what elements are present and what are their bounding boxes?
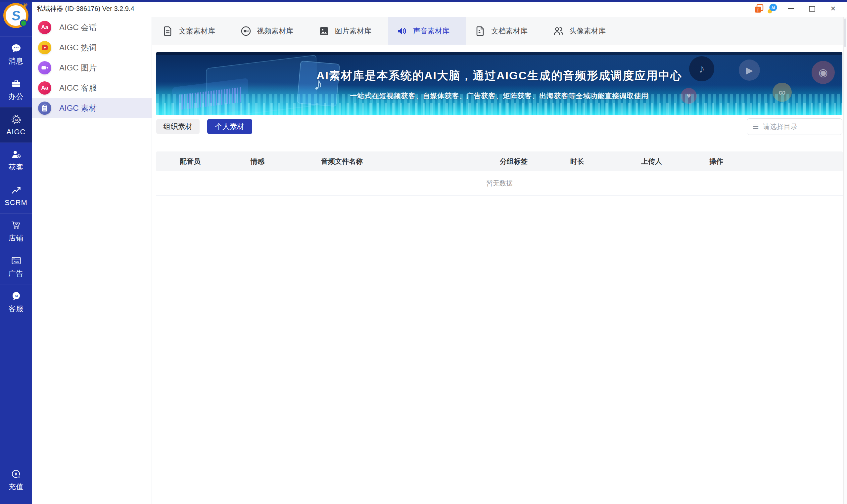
menu-item-label: AIGC 素材 [59, 103, 97, 113]
col-filename: 音频文件名称 [321, 157, 500, 166]
camera-badge-icon [38, 61, 51, 74]
minimize-button[interactable] [784, 2, 797, 15]
personal-materials-button[interactable]: 个人素材 [207, 119, 252, 134]
directory-select[interactable]: ☰ 请选择目录 [747, 119, 842, 135]
ai-assistant-button[interactable]: Ai [765, 2, 779, 15]
tab-audio-materials[interactable]: 声音素材库 [388, 17, 466, 44]
aigc-banner: ♪ ♪ ▶ ♥ ∞ ◉ AI素材库是本系统的AI大脑，通过AIGC生成的音频形成… [156, 52, 842, 115]
empty-state-text: 暂无数据 [486, 179, 513, 188]
briefcase-icon [11, 78, 22, 89]
sidebar-item-aigc[interactable]: AI AIGC [0, 107, 32, 143]
app-logo: S ♛ [3, 3, 29, 28]
titlebar: 私域神器 (ID-386176) Ver 3.2.9.4 T Ai ✕ [32, 0, 847, 17]
col-uploader: 上传人 [641, 157, 709, 166]
col-voice-actor: 配音员 [180, 157, 250, 166]
users-icon [553, 25, 564, 37]
sidebar-item-messages[interactable]: 消息 [0, 36, 32, 72]
menu-item-aigc-hotwords[interactable]: AIGC 热词 [32, 37, 152, 57]
org-materials-button[interactable]: 组织素材 [156, 119, 200, 134]
sidebar-item-office[interactable]: 办公 [0, 72, 32, 107]
tab-video-materials[interactable]: 视频素材库 [232, 17, 310, 44]
main-content: 文案素材库 视频素材库 图片素材库 声音素材库 [152, 17, 844, 504]
video-play-badge-icon [38, 41, 51, 54]
col-duration: 时长 [570, 157, 641, 166]
equalizer-bars-overlay [156, 103, 842, 115]
tab-image-materials[interactable]: 图片素材库 [310, 17, 388, 44]
material-library-tabs: 文案素材库 视频素材库 图片素材库 声音素材库 [152, 17, 844, 44]
badge-text: Aa [41, 24, 48, 31]
tab-document-materials[interactable]: 文档素材库 [466, 17, 544, 44]
sidebar-item-support[interactable]: AI 客服 [0, 284, 32, 320]
svg-text:AI: AI [15, 294, 18, 297]
clipboard-badge-icon [38, 102, 51, 115]
sidebar-item-label: 店铺 [8, 233, 24, 243]
sidebar-item-label: 广告 [8, 269, 24, 278]
window-title: 私域神器 (ID-386176) Ver 3.2.9.4 [37, 0, 134, 17]
menu-item-aigc-support[interactable]: Aa AIGC 客服 [32, 78, 152, 98]
sidebar-item-label: 充值 [8, 482, 24, 492]
trend-chart-icon [11, 185, 22, 196]
tab-label: 视频素材库 [257, 26, 293, 36]
menu-item-aigc-images[interactable]: AIGC 图片 [32, 57, 152, 78]
close-button[interactable]: ✕ [827, 2, 840, 15]
menu-item-label: AIGC 热词 [59, 42, 97, 53]
scrollbar-thumb[interactable] [844, 19, 846, 47]
sidebar-item-shop[interactable]: 店铺 [0, 213, 32, 249]
close-icon: ✕ [830, 5, 836, 13]
empty-state: 暂无数据 [156, 171, 843, 196]
menu-item-label: AIGC 图片 [59, 62, 97, 73]
sidebar-item-ads[interactable]: ADS 广告 [0, 249, 32, 284]
sidebar-item-label: 办公 [8, 92, 24, 102]
person-plus-icon [11, 149, 22, 160]
minimize-icon [788, 8, 794, 9]
sidebar-item-label: 消息 [8, 56, 24, 66]
svg-text:¥: ¥ [15, 472, 17, 476]
sidebar-item-scrm[interactable]: SCRM [0, 178, 32, 213]
col-actions: 操作 [709, 157, 776, 166]
tab-label: 图片素材库 [335, 26, 371, 36]
t-app-button[interactable]: T [752, 2, 765, 15]
tab-text-materials[interactable]: 文案素材库 [154, 17, 232, 44]
tab-label: 文档素材库 [491, 26, 528, 36]
svg-text:T: T [757, 7, 759, 13]
ads-window-icon: ADS [11, 255, 22, 266]
banner-subtitle: 一站式在短视频获客、自媒体获客、广告获客、矩阵获客、出海获客等全域功能直接调取使… [156, 91, 842, 101]
col-emotion: 情感 [250, 157, 321, 166]
sidebar-item-label: 客服 [8, 304, 24, 314]
svg-text:ADS: ADS [14, 260, 19, 263]
sidebar-item-label: 获客 [8, 162, 24, 172]
svg-text:AI: AI [15, 118, 18, 121]
sidebar-item-label: AIGC [6, 128, 26, 136]
cart-icon [11, 220, 22, 231]
svg-text:Ai: Ai [772, 6, 775, 10]
menu-item-aigc-materials[interactable]: AIGC 素材 [32, 98, 152, 118]
aigc-badge-icon: AI [11, 114, 22, 125]
image-icon [318, 25, 330, 37]
speaker-icon [397, 25, 408, 37]
tab-avatar-materials[interactable]: 头像素材库 [544, 17, 622, 44]
maximize-button[interactable] [805, 2, 818, 15]
badge-text: Aa [41, 85, 48, 91]
recharge-yuan-icon: ¥ [11, 469, 22, 480]
app-logo-area: S ♛ [0, 0, 32, 36]
directory-placeholder: 请选择目录 [763, 122, 798, 131]
aigc-submenu: Aa AIGC 会话 AIGC 热词 AIGC 图片 Aa AIGC 客服 AI… [32, 17, 152, 504]
text-doc-icon [162, 25, 173, 37]
maximize-icon [809, 6, 815, 12]
menu-item-label: AIGC 会话 [59, 22, 97, 33]
menu-item-label: AIGC 客服 [59, 83, 97, 93]
sidebar-item-recharge[interactable]: ¥ 充值 [0, 464, 32, 497]
tab-label: 声音素材库 [413, 26, 449, 36]
ai-chat-icon: AI [11, 290, 22, 302]
sidebar-item-label: SCRM [5, 198, 28, 207]
menu-item-aigc-session[interactable]: Aa AIGC 会话 [32, 17, 152, 37]
audio-table-header: 配音员 情感 音频文件名称 分组标签 时长 上传人 操作 [156, 151, 843, 171]
menu-lines-icon: ☰ [752, 122, 759, 131]
document-file-icon [474, 25, 486, 37]
primary-sidebar: S ♛ 消息 办公 AI AIGC [0, 0, 32, 504]
sidebar-item-acquisition[interactable]: 获客 [0, 143, 32, 178]
window-top-edge [0, 0, 847, 2]
video-circle-icon [240, 25, 252, 37]
t-badge-icon: T [754, 4, 764, 14]
tab-label: 头像素材库 [569, 26, 606, 36]
